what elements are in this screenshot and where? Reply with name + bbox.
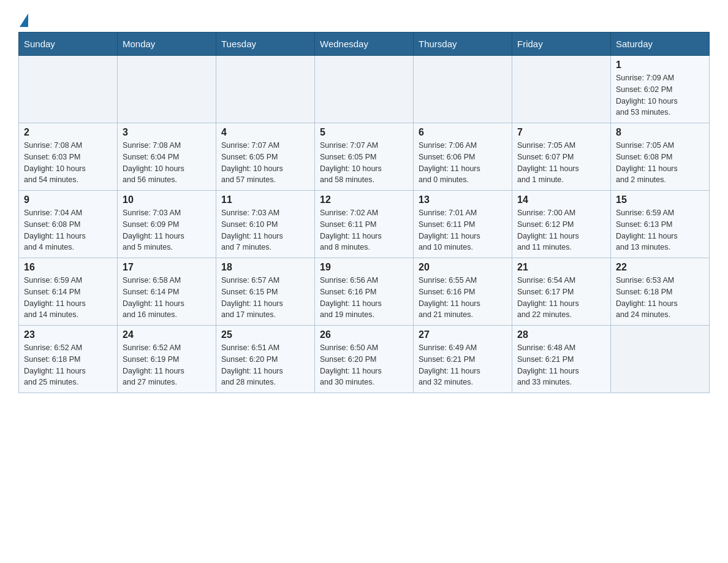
day-number: 9 — [24, 194, 112, 205]
day-number: 13 — [419, 194, 507, 205]
day-info: Sunrise: 6:59 AMSunset: 6:14 PMDaylight:… — [24, 275, 112, 321]
day-number: 2 — [24, 127, 112, 138]
day-number: 23 — [24, 329, 112, 340]
day-info: Sunrise: 7:01 AMSunset: 6:11 PMDaylight:… — [419, 207, 507, 253]
day-info: Sunrise: 6:52 AMSunset: 6:19 PMDaylight:… — [123, 342, 211, 388]
calendar-cell: 1Sunrise: 7:09 AMSunset: 6:02 PMDaylight… — [611, 56, 710, 123]
day-info: Sunrise: 6:49 AMSunset: 6:21 PMDaylight:… — [419, 342, 507, 388]
weekday-header-friday: Friday — [512, 33, 611, 56]
day-number: 18 — [221, 262, 309, 273]
day-info: Sunrise: 7:00 AMSunset: 6:12 PMDaylight:… — [517, 207, 605, 253]
calendar-cell: 17Sunrise: 6:58 AMSunset: 6:14 PMDayligh… — [118, 258, 216, 326]
logo — [18, 12, 28, 26]
day-info: Sunrise: 6:56 AMSunset: 6:16 PMDaylight:… — [320, 275, 408, 321]
weekday-header-thursday: Thursday — [414, 33, 512, 56]
weekday-header-monday: Monday — [118, 33, 216, 56]
calendar-cell: 2Sunrise: 7:08 AMSunset: 6:03 PMDaylight… — [19, 123, 118, 191]
calendar-cell: 10Sunrise: 7:03 AMSunset: 6:09 PMDayligh… — [118, 191, 216, 258]
day-number: 24 — [123, 329, 211, 340]
calendar-cell — [315, 56, 414, 123]
day-info: Sunrise: 7:09 AMSunset: 6:02 PMDaylight:… — [616, 72, 704, 118]
day-number: 21 — [517, 262, 605, 273]
day-number: 12 — [320, 194, 408, 205]
calendar-cell: 20Sunrise: 6:55 AMSunset: 6:16 PMDayligh… — [414, 258, 512, 326]
calendar-cell: 18Sunrise: 6:57 AMSunset: 6:15 PMDayligh… — [216, 258, 315, 326]
day-number: 7 — [517, 127, 605, 138]
calendar-table: SundayMondayTuesdayWednesdayThursdayFrid… — [18, 32, 710, 393]
day-info: Sunrise: 6:51 AMSunset: 6:20 PMDaylight:… — [221, 342, 309, 388]
day-number: 6 — [419, 127, 507, 138]
day-number: 11 — [221, 194, 309, 205]
day-info: Sunrise: 7:05 AMSunset: 6:08 PMDaylight:… — [616, 140, 704, 186]
calendar-cell: 26Sunrise: 6:50 AMSunset: 6:20 PMDayligh… — [315, 326, 414, 393]
calendar-cell: 21Sunrise: 6:54 AMSunset: 6:17 PMDayligh… — [512, 258, 611, 326]
calendar-cell: 13Sunrise: 7:01 AMSunset: 6:11 PMDayligh… — [414, 191, 512, 258]
calendar-cell: 27Sunrise: 6:49 AMSunset: 6:21 PMDayligh… — [414, 326, 512, 393]
day-info: Sunrise: 7:02 AMSunset: 6:11 PMDaylight:… — [320, 207, 408, 253]
calendar-cell: 28Sunrise: 6:48 AMSunset: 6:21 PMDayligh… — [512, 326, 611, 393]
day-info: Sunrise: 6:57 AMSunset: 6:15 PMDaylight:… — [221, 275, 309, 321]
calendar-cell: 12Sunrise: 7:02 AMSunset: 6:11 PMDayligh… — [315, 191, 414, 258]
calendar-cell: 15Sunrise: 6:59 AMSunset: 6:13 PMDayligh… — [611, 191, 710, 258]
day-info: Sunrise: 7:06 AMSunset: 6:06 PMDaylight:… — [419, 140, 507, 186]
day-number: 26 — [320, 329, 408, 340]
calendar-cell: 22Sunrise: 6:53 AMSunset: 6:18 PMDayligh… — [611, 258, 710, 326]
calendar-cell: 7Sunrise: 7:05 AMSunset: 6:07 PMDaylight… — [512, 123, 611, 191]
day-info: Sunrise: 7:08 AMSunset: 6:04 PMDaylight:… — [123, 140, 211, 186]
day-number: 8 — [616, 127, 704, 138]
day-number: 15 — [616, 194, 704, 205]
day-number: 14 — [517, 194, 605, 205]
calendar-cell: 5Sunrise: 7:07 AMSunset: 6:05 PMDaylight… — [315, 123, 414, 191]
day-number: 22 — [616, 262, 704, 273]
day-number: 28 — [517, 329, 605, 340]
day-number: 19 — [320, 262, 408, 273]
day-number: 17 — [123, 262, 211, 273]
day-number: 27 — [419, 329, 507, 340]
calendar-cell: 16Sunrise: 6:59 AMSunset: 6:14 PMDayligh… — [19, 258, 118, 326]
day-info: Sunrise: 7:05 AMSunset: 6:07 PMDaylight:… — [517, 140, 605, 186]
calendar-cell: 4Sunrise: 7:07 AMSunset: 6:05 PMDaylight… — [216, 123, 315, 191]
calendar-cell — [118, 56, 216, 123]
calendar-week-row: 16Sunrise: 6:59 AMSunset: 6:14 PMDayligh… — [19, 258, 710, 326]
day-info: Sunrise: 6:59 AMSunset: 6:13 PMDaylight:… — [616, 207, 704, 253]
day-info: Sunrise: 6:50 AMSunset: 6:20 PMDaylight:… — [320, 342, 408, 388]
calendar-week-row: 2Sunrise: 7:08 AMSunset: 6:03 PMDaylight… — [19, 123, 710, 191]
day-number: 25 — [221, 329, 309, 340]
calendar-cell — [611, 326, 710, 393]
weekday-header-row: SundayMondayTuesdayWednesdayThursdayFrid… — [19, 33, 710, 56]
calendar-cell: 6Sunrise: 7:06 AMSunset: 6:06 PMDaylight… — [414, 123, 512, 191]
day-info: Sunrise: 7:07 AMSunset: 6:05 PMDaylight:… — [221, 140, 309, 186]
day-number: 4 — [221, 127, 309, 138]
day-info: Sunrise: 6:53 AMSunset: 6:18 PMDaylight:… — [616, 275, 704, 321]
calendar-week-row: 1Sunrise: 7:09 AMSunset: 6:02 PMDaylight… — [19, 56, 710, 123]
day-info: Sunrise: 6:58 AMSunset: 6:14 PMDaylight:… — [123, 275, 211, 321]
day-info: Sunrise: 7:07 AMSunset: 6:05 PMDaylight:… — [320, 140, 408, 186]
day-number: 16 — [24, 262, 112, 273]
day-info: Sunrise: 7:08 AMSunset: 6:03 PMDaylight:… — [24, 140, 112, 186]
day-number: 3 — [123, 127, 211, 138]
weekday-header-sunday: Sunday — [19, 33, 118, 56]
calendar-cell: 19Sunrise: 6:56 AMSunset: 6:16 PMDayligh… — [315, 258, 414, 326]
calendar-cell — [414, 56, 512, 123]
calendar-cell: 23Sunrise: 6:52 AMSunset: 6:18 PMDayligh… — [19, 326, 118, 393]
calendar-week-row: 23Sunrise: 6:52 AMSunset: 6:18 PMDayligh… — [19, 326, 710, 393]
day-number: 1 — [616, 59, 704, 71]
day-number: 5 — [320, 127, 408, 138]
calendar-cell: 14Sunrise: 7:00 AMSunset: 6:12 PMDayligh… — [512, 191, 611, 258]
calendar-cell — [216, 56, 315, 123]
page-header — [18, 12, 710, 26]
calendar-cell: 9Sunrise: 7:04 AMSunset: 6:08 PMDaylight… — [19, 191, 118, 258]
day-info: Sunrise: 6:52 AMSunset: 6:18 PMDaylight:… — [24, 342, 112, 388]
calendar-cell: 24Sunrise: 6:52 AMSunset: 6:19 PMDayligh… — [118, 326, 216, 393]
calendar-cell: 25Sunrise: 6:51 AMSunset: 6:20 PMDayligh… — [216, 326, 315, 393]
logo-triangle-icon — [20, 13, 28, 27]
calendar-cell — [512, 56, 611, 123]
day-info: Sunrise: 7:04 AMSunset: 6:08 PMDaylight:… — [24, 207, 112, 253]
day-info: Sunrise: 7:03 AMSunset: 6:10 PMDaylight:… — [221, 207, 309, 253]
weekday-header-wednesday: Wednesday — [315, 33, 414, 56]
calendar-week-row: 9Sunrise: 7:04 AMSunset: 6:08 PMDaylight… — [19, 191, 710, 258]
weekday-header-saturday: Saturday — [611, 33, 710, 56]
day-number: 10 — [123, 194, 211, 205]
calendar-cell: 3Sunrise: 7:08 AMSunset: 6:04 PMDaylight… — [118, 123, 216, 191]
calendar-cell: 11Sunrise: 7:03 AMSunset: 6:10 PMDayligh… — [216, 191, 315, 258]
